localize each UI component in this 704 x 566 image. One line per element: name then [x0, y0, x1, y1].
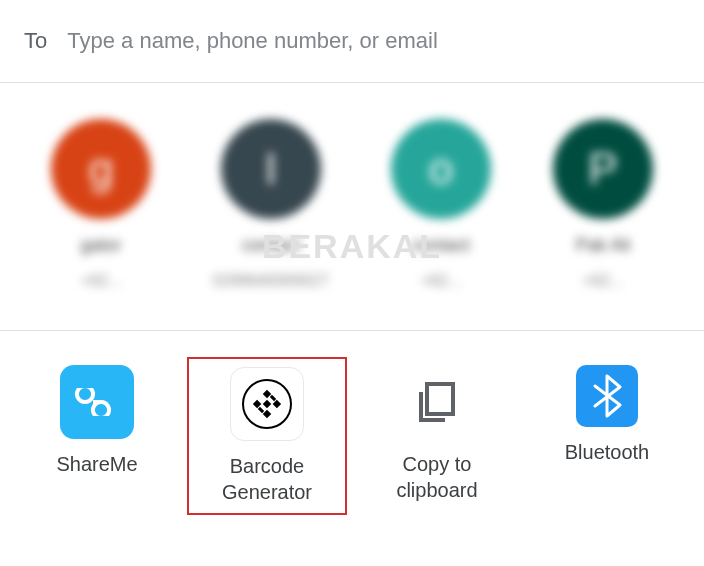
share-label: Bluetooth — [565, 439, 650, 465]
share-target-bluetooth[interactable]: Bluetooth — [527, 357, 687, 473]
avatar: g — [51, 119, 151, 219]
to-label: To — [24, 28, 47, 54]
contact-name: gator — [81, 235, 122, 256]
share-target-barcode-generator[interactable]: Barcode Generator — [187, 357, 347, 515]
svg-rect-8 — [427, 384, 453, 414]
bluetooth-icon — [576, 365, 638, 427]
barcode-generator-icon — [230, 367, 304, 441]
recipient-input[interactable] — [67, 28, 680, 54]
avatar: o — [391, 119, 491, 219]
svg-rect-7 — [258, 407, 264, 413]
contact-item[interactable]: o contact +62... — [391, 119, 491, 290]
contact-name: contact — [242, 235, 300, 256]
avatar: P — [553, 119, 653, 219]
to-field-row: To — [0, 0, 704, 82]
share-label: Copy to clipboard — [365, 451, 509, 503]
share-targets-row: ShareMe Barcode Generator — [0, 331, 704, 541]
share-label: Barcode Generator — [197, 453, 337, 505]
share-target-shareme[interactable]: ShareMe — [17, 357, 177, 485]
contacts-row: g gator +62... I contact 0299640000027 o… — [0, 83, 704, 330]
contact-sub: +62... — [81, 272, 121, 290]
contact-item[interactable]: I contact 0299640000027 — [213, 119, 329, 290]
avatar: I — [221, 119, 321, 219]
contact-sub: +62... — [421, 272, 461, 290]
share-label: ShareMe — [56, 451, 137, 477]
contact-sub: +62... — [583, 272, 623, 290]
contact-item[interactable]: P Pak Ali +62... — [553, 119, 653, 290]
contact-item[interactable]: g gator +62... — [51, 119, 151, 290]
svg-rect-6 — [270, 395, 276, 401]
contact-name: contact — [412, 235, 470, 256]
shareme-icon — [60, 365, 134, 439]
svg-rect-5 — [263, 400, 271, 408]
share-target-copy-clipboard[interactable]: Copy to clipboard — [357, 357, 517, 511]
contact-name: Pak Ali — [575, 235, 630, 256]
contact-sub: 0299640000027 — [213, 272, 329, 290]
copy-icon — [400, 365, 474, 439]
